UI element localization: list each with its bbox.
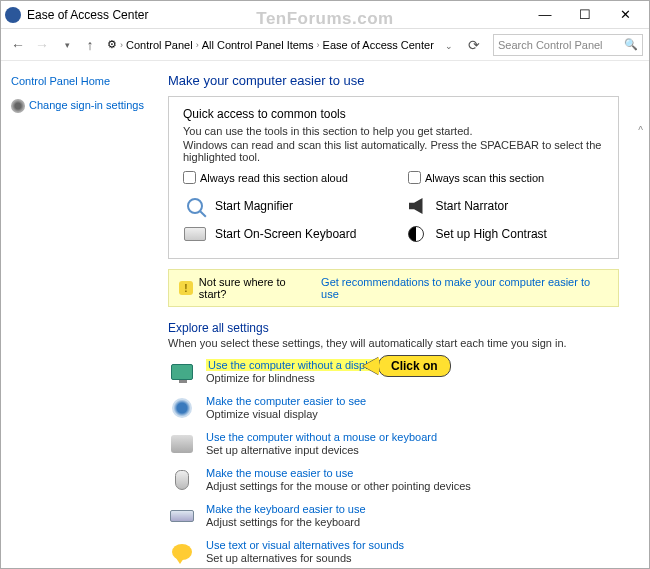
speech-bubble-icon <box>172 544 192 560</box>
setting-keyboard: Make the keyboard easier to useAdjust se… <box>168 503 619 529</box>
keyboard2-icon <box>170 510 194 522</box>
maximize-button[interactable]: ☐ <box>565 3 605 27</box>
sidebar-home[interactable]: Control Panel Home <box>11 75 146 87</box>
link-without-display[interactable]: Use the computer without a display <box>206 359 381 371</box>
address-dropdown[interactable]: ⌄ <box>443 38 461 52</box>
explore-title: Explore all settings <box>168 321 619 335</box>
sidebar: Control Panel Home Change sign-in settin… <box>1 61 156 568</box>
page-heading: Make your computer easier to use <box>168 73 619 88</box>
crumb-ease-of-access[interactable]: Ease of Access Center <box>323 39 434 51</box>
link-mouse[interactable]: Make the mouse easier to use <box>206 467 353 479</box>
setting-sounds: Use text or visual alternatives for soun… <box>168 539 619 565</box>
link-sounds[interactable]: Use text or visual alternatives for soun… <box>206 539 404 551</box>
tool-high-contrast[interactable]: Set up High Contrast <box>404 224 605 244</box>
callout-text: Click on <box>378 355 451 377</box>
setting-easier-see: Make the computer easier to seeOptimize … <box>168 395 619 421</box>
up-button[interactable]: ↑ <box>79 34 101 56</box>
refresh-button[interactable]: ⟳ <box>463 34 485 56</box>
link-without-mouse-kb[interactable]: Use the computer without a mouse or keyb… <box>206 431 437 443</box>
app-icon <box>5 7 21 23</box>
tool-narrator[interactable]: Start Narrator <box>404 196 605 216</box>
setting-without-display: Use the computer without a display Optim… <box>168 359 619 385</box>
link-keyboard[interactable]: Make the keyboard easier to use <box>206 503 366 515</box>
contrast-icon <box>408 226 424 242</box>
mouse-icon <box>175 470 189 490</box>
breadcrumb-icon: ⚙ <box>107 38 117 51</box>
callout-arrow-icon <box>363 357 379 375</box>
close-button[interactable]: ✕ <box>605 3 645 27</box>
titlebar: Ease of Access Center — ☐ ✕ <box>1 1 649 29</box>
forward-button[interactable]: → <box>31 34 53 56</box>
check-read-aloud[interactable]: Always read this section aloud <box>183 171 348 184</box>
quick-desc2: Windows can read and scan this list auto… <box>183 139 604 163</box>
narrator-icon <box>409 198 423 214</box>
hint-link[interactable]: Get recommendations to make your compute… <box>321 276 608 300</box>
scrollbar-up-icon[interactable]: ^ <box>638 125 643 136</box>
sub-without-display: Optimize for blindness <box>206 372 381 384</box>
callout: Click on <box>363 355 451 377</box>
quick-access-panel: Quick access to common tools You can use… <box>168 96 619 259</box>
minimize-button[interactable]: — <box>525 3 565 27</box>
hint-lead: Not sure where to start? <box>199 276 315 300</box>
search-icon: 🔍 <box>624 38 638 51</box>
magnifier-icon <box>187 198 203 214</box>
tool-magnifier[interactable]: Start Magnifier <box>183 196 384 216</box>
keyboard-icon <box>184 227 206 241</box>
search-input[interactable]: Search Control Panel 🔍 <box>493 34 643 56</box>
monitor-icon <box>171 364 193 380</box>
input-devices-icon <box>171 435 193 453</box>
link-easier-see[interactable]: Make the computer easier to see <box>206 395 366 407</box>
setting-without-mouse-kb: Use the computer without a mouse or keyb… <box>168 431 619 457</box>
gear-icon <box>11 99 25 113</box>
main-content: ^ Make your computer easier to use Quick… <box>156 61 649 568</box>
back-button[interactable]: ← <box>7 34 29 56</box>
window-title: Ease of Access Center <box>27 8 148 22</box>
navbar: ← → ▾ ↑ ⚙ › Control Panel › All Control … <box>1 29 649 61</box>
breadcrumb[interactable]: ⚙ › Control Panel › All Control Panel It… <box>107 38 434 51</box>
sidebar-change-signin[interactable]: Change sign-in settings <box>11 99 146 113</box>
tool-onscreen-keyboard[interactable]: Start On-Screen Keyboard <box>183 224 384 244</box>
quick-desc1: You can use the tools in this section to… <box>183 125 604 137</box>
check-scan[interactable]: Always scan this section <box>408 171 544 184</box>
quick-title: Quick access to common tools <box>183 107 604 121</box>
crumb-control-panel[interactable]: Control Panel <box>126 39 193 51</box>
hint-bar: ! Not sure where to start? Get recommend… <box>168 269 619 307</box>
search-placeholder: Search Control Panel <box>498 39 603 51</box>
setting-mouse: Make the mouse easier to useAdjust setti… <box>168 467 619 493</box>
recent-dropdown[interactable]: ▾ <box>55 34 77 56</box>
hint-icon: ! <box>179 281 193 295</box>
eye-icon <box>172 398 192 418</box>
explore-desc: When you select these settings, they wil… <box>168 337 619 349</box>
crumb-all-items[interactable]: All Control Panel Items <box>202 39 314 51</box>
